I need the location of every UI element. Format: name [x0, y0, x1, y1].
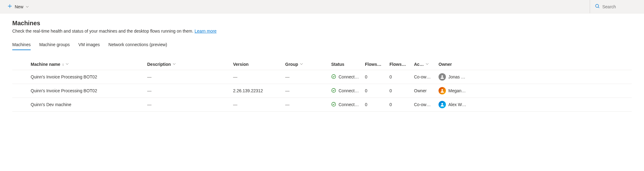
check-circle-icon	[331, 88, 336, 94]
col-owner[interactable]: Owner	[439, 62, 475, 67]
col-status-label: Status	[331, 62, 344, 67]
col-group[interactable]: Group	[285, 62, 331, 67]
check-circle-icon	[331, 74, 336, 80]
table-row: Quinn's Dev machine — — — Connect… 0 0 C…	[12, 98, 632, 112]
cell-access: Owner	[414, 88, 439, 93]
col-access-label: Ac…	[414, 62, 424, 67]
svg-point-2	[441, 75, 443, 77]
content: Machines Check the real-time health and …	[0, 14, 644, 118]
cell-flows1: 0	[365, 88, 389, 93]
machines-table: Machine name ↓ Description Version Group…	[12, 59, 632, 112]
col-description-label: Description	[147, 62, 171, 67]
page-title: Machines	[12, 20, 632, 27]
chevron-down-icon	[66, 62, 69, 66]
cell-description: —	[147, 102, 233, 107]
toolbar-left: New	[5, 2, 31, 11]
cell-flows1: 0	[365, 102, 389, 107]
svg-point-1	[332, 74, 336, 78]
new-button-label: New	[15, 4, 23, 9]
toolbar: New	[0, 0, 644, 14]
cell-owner: Megan…	[439, 87, 475, 94]
cell-owner: Alex W…	[439, 101, 475, 108]
chevron-down-icon	[173, 62, 176, 66]
machine-name-link[interactable]: Quinn's Invoice Processing BOT02	[31, 88, 97, 93]
chevron-down-icon	[426, 62, 429, 66]
status-text: Connect…	[339, 102, 359, 107]
avatar	[439, 73, 446, 81]
cell-access: Co-ow…	[414, 74, 439, 79]
cell-flows2: 0	[389, 102, 414, 107]
table-header: Machine name ↓ Description Version Group…	[12, 59, 632, 70]
col-owner-label: Owner	[439, 62, 452, 67]
col-flows2-label: Flows…	[389, 62, 406, 67]
col-machine-name-label: Machine name	[31, 62, 60, 67]
learn-more-link[interactable]: Learn more	[195, 29, 217, 34]
sort-down-icon: ↓	[62, 62, 64, 66]
owner-name: Megan…	[448, 88, 466, 93]
col-version[interactable]: Version	[233, 62, 285, 67]
cell-group: —	[285, 74, 331, 79]
cell-version: 2.26.139.22312	[233, 88, 285, 93]
table-row: Quinn's Invoice Processing BOT02 — 2.26.…	[12, 84, 632, 98]
col-machine-name[interactable]: Machine name ↓	[31, 62, 147, 67]
cell-group: —	[285, 102, 331, 107]
tab-vm-images[interactable]: VM images	[79, 40, 100, 50]
cell-group: —	[285, 88, 331, 93]
col-description[interactable]: Description	[147, 62, 233, 67]
cell-description: —	[147, 88, 233, 93]
chevron-down-icon	[26, 4, 29, 9]
svg-point-4	[441, 89, 443, 91]
page-description-text: Check the real-time health and status of…	[12, 29, 195, 34]
col-flows2[interactable]: Flows…	[389, 62, 414, 67]
search-input[interactable]	[602, 4, 639, 9]
chevron-down-icon	[300, 62, 303, 66]
cell-description: —	[147, 74, 233, 79]
page-description: Check the real-time health and status of…	[12, 29, 632, 34]
cell-flows1: 0	[365, 74, 389, 79]
owner-name: Jonas …	[448, 74, 465, 79]
cell-version: —	[233, 102, 285, 107]
col-access[interactable]: Ac…	[414, 62, 439, 67]
col-flows1-label: Flows…	[365, 62, 381, 67]
col-flows1[interactable]: Flows…	[365, 62, 389, 67]
cell-version: —	[233, 74, 285, 79]
avatar	[439, 87, 446, 94]
svg-point-3	[332, 88, 336, 92]
tabs: Machines Machine groups VM images Networ…	[12, 40, 632, 50]
search-icon	[595, 4, 600, 10]
cell-owner: Jonas …	[439, 73, 475, 81]
machine-name-link[interactable]: Quinn's Dev machine	[31, 102, 71, 107]
cell-status: Connect…	[331, 74, 365, 80]
cell-status: Connect…	[331, 102, 365, 108]
machine-name-link[interactable]: Quinn's Invoice Processing BOT02	[31, 74, 97, 79]
plus-icon	[7, 4, 12, 10]
cell-status: Connect…	[331, 88, 365, 94]
svg-point-6	[441, 103, 443, 105]
owner-name: Alex W…	[448, 102, 466, 107]
cell-access: Co-ow…	[414, 102, 439, 107]
avatar	[439, 101, 446, 108]
status-text: Connect…	[339, 74, 359, 79]
svg-point-5	[332, 102, 336, 106]
col-group-label: Group	[285, 62, 298, 67]
cell-flows2: 0	[389, 88, 414, 93]
col-version-label: Version	[233, 62, 249, 67]
status-text: Connect…	[339, 88, 359, 93]
table-row: Quinn's Invoice Processing BOT02 — — — C…	[12, 70, 632, 84]
tab-network-connections[interactable]: Network connections (preview)	[109, 40, 167, 50]
check-circle-icon	[331, 102, 336, 108]
tab-machine-groups[interactable]: Machine groups	[39, 40, 70, 50]
cell-flows2: 0	[389, 74, 414, 79]
toolbar-right	[590, 0, 639, 13]
new-button[interactable]: New	[5, 2, 31, 11]
svg-point-0	[596, 4, 599, 7]
col-status[interactable]: Status	[331, 62, 365, 67]
tab-machines[interactable]: Machines	[12, 40, 31, 50]
